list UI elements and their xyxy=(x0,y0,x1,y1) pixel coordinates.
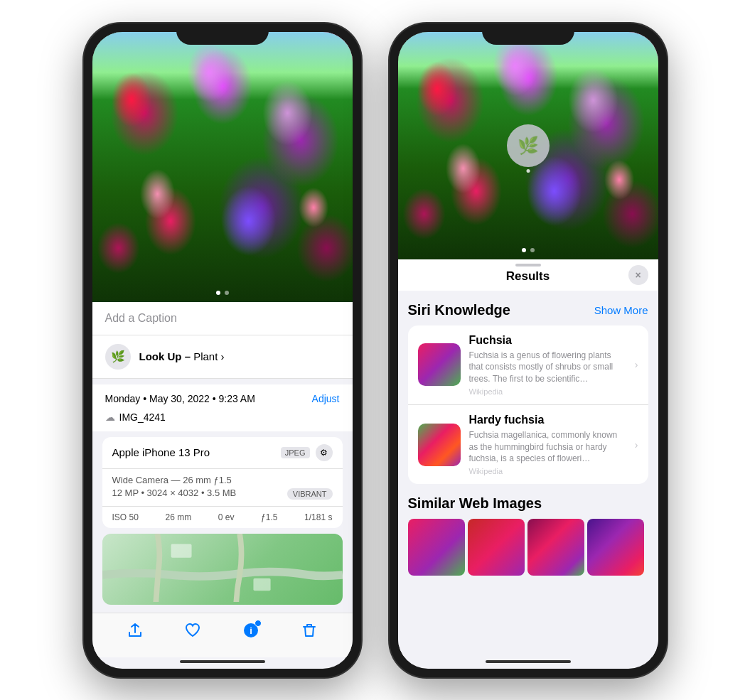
similar-web-header: Similar Web Images xyxy=(408,484,648,519)
heart-icon xyxy=(185,623,200,638)
right-phone-notch xyxy=(482,23,574,45)
svg-rect-1 xyxy=(253,578,270,590)
caption-area[interactable]: Add a Caption xyxy=(92,302,353,335)
similar-image-3[interactable] xyxy=(527,519,584,576)
camera-detail-row: Wide Camera — 26 mm ƒ1.5 12 MP • 3024 × … xyxy=(102,469,343,507)
right-screen: 🌿 Results × Siri Knowledge Show More xyxy=(398,32,658,669)
date-text: Monday • May 30, 2022 • 9:23 AM xyxy=(105,393,255,404)
siri-knowledge-title: Siri Knowledge xyxy=(408,302,510,318)
share-button[interactable] xyxy=(127,623,143,642)
map-roads-svg xyxy=(102,534,343,603)
jpeg-badge: JPEG xyxy=(281,447,310,458)
results-panel: Results × Siri Knowledge Show More xyxy=(398,259,658,657)
ev-value: 0 ev xyxy=(218,512,235,522)
aperture-value: ƒ1.5 xyxy=(261,512,277,522)
hardy-title: Hardy fuchsia xyxy=(469,414,626,426)
page-dot-1 xyxy=(216,291,220,295)
hardy-thumbnail xyxy=(418,424,461,466)
vi-dot xyxy=(526,169,530,173)
page-indicator xyxy=(216,291,229,295)
fuchsia-chevron: › xyxy=(635,359,638,370)
left-screen: Add a Caption 🌿 Look Up – Plant › Monday… xyxy=(92,32,353,669)
right-page-dot-1 xyxy=(522,248,526,252)
show-more-button[interactable]: Show More xyxy=(594,304,648,316)
share-icon xyxy=(127,623,143,638)
drag-handle[interactable] xyxy=(515,264,541,266)
similar-image-4[interactable] xyxy=(587,519,644,576)
info-button[interactable]: i xyxy=(242,622,259,643)
close-button[interactable]: × xyxy=(628,265,648,285)
iso-value: ISO 50 xyxy=(112,512,139,522)
info-panel: Add a Caption 🌿 Look Up – Plant › Monday… xyxy=(92,302,353,613)
phone-notch xyxy=(176,23,269,45)
fuchsia-source: Wikipedia xyxy=(469,387,626,396)
similar-web-title: Similar Web Images xyxy=(408,495,542,511)
cloud-icon: ☁ xyxy=(105,411,115,423)
map-area[interactable] xyxy=(102,534,343,605)
left-phone: Add a Caption 🌿 Look Up – Plant › Monday… xyxy=(84,23,361,677)
vibrant-badge: VIBRANT xyxy=(287,488,333,500)
date-row: Monday • May 30, 2022 • 9:23 AM Adjust xyxy=(92,384,353,410)
fuchsia-description: Fuchsia is a genus of flowering plants t… xyxy=(469,350,626,385)
fuchsia-thumbnail xyxy=(418,343,461,386)
caption-placeholder[interactable]: Add a Caption xyxy=(105,312,177,324)
right-phone: 🌿 Results × Siri Knowledge Show More xyxy=(390,23,667,677)
wide-camera: Wide Camera — 26 mm ƒ1.5 xyxy=(112,475,333,485)
hardy-thumb-image xyxy=(418,424,461,466)
trash-icon xyxy=(301,623,317,638)
delete-button[interactable] xyxy=(301,623,317,642)
leaf-vi-icon: 🌿 xyxy=(518,136,539,156)
adjust-button[interactable]: Adjust xyxy=(312,393,340,404)
lookup-label[interactable]: Look Up – Plant › xyxy=(139,350,225,362)
fuchsia-title: Fuchsia xyxy=(469,334,626,347)
toolbar: i xyxy=(92,613,353,657)
camera-info-card: Apple iPhone 13 Pro JPEG ⚙ Wide Camera —… xyxy=(102,437,343,528)
filename: IMG_4241 xyxy=(119,411,166,423)
siri-knowledge-header: Siri Knowledge Show More xyxy=(408,291,648,325)
right-page-dot-2 xyxy=(530,248,535,252)
similar-image-1[interactable] xyxy=(408,519,465,576)
results-content: Siri Knowledge Show More Fuchsia Fuchsia… xyxy=(398,291,658,657)
hardy-chevron: › xyxy=(635,439,638,451)
camera-name: Apple iPhone 13 Pro xyxy=(112,446,210,458)
visual-intelligence-overlay: 🌿 xyxy=(507,124,550,167)
hardy-description: Fuchsia magellanica, commonly known as t… xyxy=(469,429,626,465)
similar-images-row xyxy=(408,519,648,576)
right-home-indicator xyxy=(486,660,571,663)
lookup-row[interactable]: 🌿 Look Up – Plant › xyxy=(92,335,353,379)
shutter-value: 1/181 s xyxy=(304,512,332,522)
exif-row: ISO 50 26 mm 0 ev ƒ1.5 1/181 s xyxy=(102,507,343,528)
svg-text:i: i xyxy=(250,625,252,636)
camera-name-row: Apple iPhone 13 Pro JPEG ⚙ xyxy=(102,437,343,469)
page-dot-2 xyxy=(225,291,229,295)
results-header: Results × xyxy=(398,259,658,291)
hardy-text: Hardy fuchsia Fuchsia magellanica, commo… xyxy=(469,414,626,475)
knowledge-item-fuchsia[interactable]: Fuchsia Fuchsia is a genus of flowering … xyxy=(408,325,648,404)
results-title: Results xyxy=(506,269,550,284)
knowledge-item-hardy[interactable]: Hardy fuchsia Fuchsia magellanica, commo… xyxy=(408,404,648,484)
home-indicator xyxy=(180,660,265,663)
settings-icon[interactable]: ⚙ xyxy=(316,444,333,461)
right-page-indicator xyxy=(522,248,535,252)
mp-info: 12 MP • 3024 × 4032 • 3.5 MB xyxy=(112,488,237,498)
leaf-icon: 🌿 xyxy=(111,350,125,363)
fuchsia-text: Fuchsia Fuchsia is a genus of flowering … xyxy=(469,334,626,396)
fuchsia-thumb-image xyxy=(418,343,461,386)
hardy-source: Wikipedia xyxy=(469,467,626,475)
svg-rect-0 xyxy=(171,544,191,557)
focal-value: 26 mm xyxy=(165,512,191,522)
photo-area[interactable] xyxy=(92,32,353,302)
info-dot xyxy=(255,620,262,627)
similar-image-2[interactable] xyxy=(468,519,525,576)
lookup-icon: 🌿 xyxy=(105,344,131,370)
right-photo-area[interactable]: 🌿 xyxy=(398,32,658,259)
filename-row: ☁ IMG_4241 xyxy=(92,410,353,431)
knowledge-card: Fuchsia Fuchsia is a genus of flowering … xyxy=(408,325,648,485)
flower-overlay xyxy=(92,32,353,302)
like-button[interactable] xyxy=(185,623,200,642)
